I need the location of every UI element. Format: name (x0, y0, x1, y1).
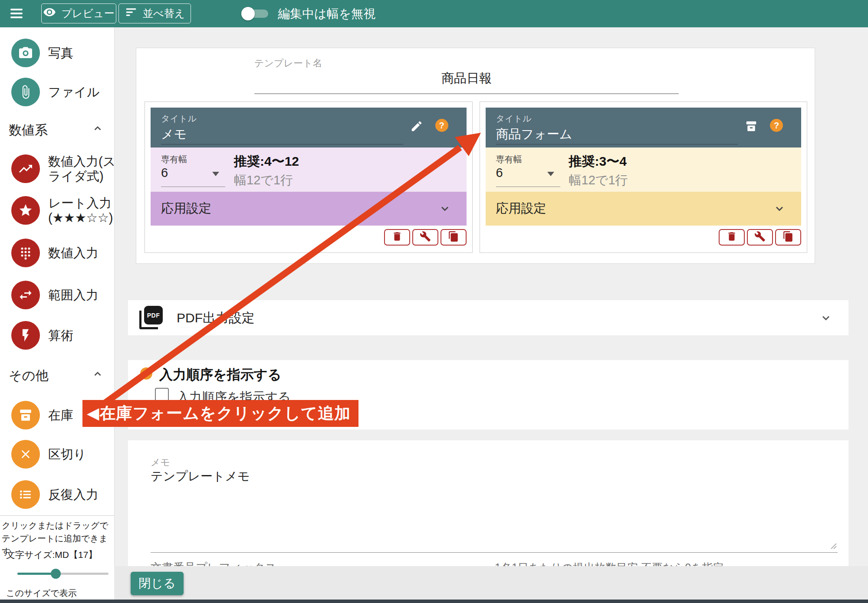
sidebar-divider (0, 515, 114, 516)
trash-icon (391, 231, 403, 244)
delete-button[interactable] (384, 229, 410, 246)
slider-thumb[interactable] (51, 569, 61, 579)
size-note-label: このサイズで表示 (6, 587, 77, 599)
delete-button[interactable] (719, 229, 745, 246)
advanced-settings-row[interactable]: 応用設定 (486, 192, 802, 226)
duplicate-button[interactable] (775, 229, 801, 246)
sidebar-item-separator[interactable]: 区切り (11, 440, 121, 469)
template-name-field[interactable]: 商品日報 (254, 70, 679, 87)
chevron-down-icon (820, 312, 832, 326)
preview-button[interactable]: プレビュー (41, 3, 116, 23)
wrench-icon (420, 231, 431, 244)
chevron-up-icon (92, 122, 103, 137)
form-card-memo: タイトル メモ ? 専有幅 6 推奨:4〜12 幅12で1行 応用設定 (145, 102, 473, 253)
width-hint: 幅12で1行 (569, 172, 628, 189)
card-header: タイトル メモ ? (151, 108, 467, 147)
advanced-settings-label: 応用設定 (496, 200, 546, 217)
app-window: プレビュー 並べ替え 編集中は幅を無視 写真 ファイル 数値系 数値入力(スライ… (0, 0, 868, 603)
pdf-output-settings-row[interactable]: PDF PDF出力設定 (128, 300, 848, 335)
star-icon (11, 196, 40, 225)
inventory-icon[interactable] (745, 120, 758, 134)
font-size-slider[interactable] (17, 568, 108, 579)
camera-icon (11, 39, 40, 67)
form-cards-row: タイトル メモ ? 専有幅 6 推奨:4〜12 幅12で1行 応用設定 (145, 102, 807, 253)
width-recommendation: 推奨:4〜12 (234, 153, 299, 170)
chevron-down-icon (439, 203, 451, 216)
width-select[interactable]: 6 (161, 166, 168, 180)
card-title-field[interactable]: 商品フォーム (496, 126, 572, 143)
form-card-product: タイトル 商品フォーム ? 専有幅 6 推奨:3〜4 幅12で1行 応用設定 (480, 102, 808, 253)
resize-grip-icon[interactable] (829, 542, 837, 551)
sidebar-section-other[interactable]: その他 (9, 367, 108, 385)
sidebar-item-file[interactable]: ファイル (11, 78, 121, 106)
advanced-settings-row[interactable]: 応用設定 (151, 192, 467, 226)
card-title-field[interactable]: メモ (161, 126, 187, 143)
font-size-label: 文字サイズ:MD【17】 (6, 549, 97, 561)
menu-icon[interactable] (10, 9, 23, 19)
sidebar-item-slider-input[interactable]: 数値入力(スライダ式) (11, 154, 121, 184)
card-body: 専有幅 6 推奨:4〜12 幅12で1行 (151, 147, 467, 192)
card-actions (151, 226, 467, 247)
copy-icon (783, 231, 794, 244)
bottom-edge-strip (0, 600, 868, 603)
card-title-underline (496, 144, 738, 145)
close-button[interactable]: 閉じる (131, 572, 184, 595)
pdf-icon: PDF (139, 306, 163, 329)
template-panel: テンプレート名 商品日報 タイトル メモ ? 専有幅 6 推奨:4〜12 (136, 48, 815, 264)
paperclip-icon (11, 78, 40, 106)
width-label: 専有幅 (161, 154, 187, 165)
help-icon[interactable]: ? (140, 367, 152, 380)
ignore-width-toggle-label: 編集中は幅を無視 (278, 0, 375, 27)
toolbar: プレビュー 並べ替え 編集中は幅を無視 (0, 0, 868, 27)
width-label: 専有幅 (496, 154, 522, 165)
trending-up-icon (11, 154, 40, 183)
template-name-underline (254, 93, 679, 94)
sort-button-label: 並べ替え (143, 7, 185, 20)
settings-button[interactable] (412, 229, 438, 246)
bottom-bar: 閉じる (114, 566, 868, 600)
pencil-icon[interactable] (410, 120, 423, 134)
dropdown-caret-icon (547, 172, 554, 176)
sort-icon (125, 6, 138, 21)
trash-icon (726, 231, 737, 244)
width-recommendation: 推奨:3〜4 (569, 153, 627, 170)
sidebar-item-photo[interactable]: 写真 (11, 39, 121, 67)
duplicate-button[interactable] (441, 229, 467, 246)
eye-icon (43, 6, 56, 21)
chevron-up-icon (92, 368, 103, 383)
input-order-heading: 入力順序を指示する (159, 366, 281, 384)
parts-sidebar: 写真 ファイル 数値系 数値入力(スライダ式) レート入力 (★★★☆☆) 数値… (0, 27, 115, 603)
memo-underline (151, 552, 838, 553)
sort-button[interactable]: 並べ替え (118, 3, 191, 23)
pdf-output-settings-label: PDF出力設定 (177, 300, 255, 335)
width-select[interactable]: 6 (496, 166, 503, 180)
ignore-width-toggle[interactable] (241, 7, 270, 20)
chevron-down-icon (773, 203, 786, 216)
advanced-settings-label: 応用設定 (161, 200, 211, 217)
card-actions (486, 226, 802, 247)
dropdown-caret-icon (212, 172, 219, 176)
sidebar-item-numeric-input[interactable]: 数値入力 (11, 239, 121, 267)
width-underline (161, 187, 225, 187)
copy-icon (448, 231, 459, 244)
help-icon[interactable]: ? (435, 119, 448, 132)
inventory-icon (11, 401, 40, 429)
width-underline (496, 187, 560, 187)
sidebar-section-numeric[interactable]: 数値系 (9, 121, 108, 139)
settings-button[interactable] (747, 229, 773, 246)
sidebar-item-rate-input[interactable]: レート入力 (★★★☆☆) (11, 196, 121, 225)
sidebar-item-range-input[interactable]: 範囲入力 (11, 281, 121, 309)
swap-horizontal-icon (11, 281, 40, 309)
list-icon (11, 480, 40, 509)
memo-label: メモ (151, 456, 170, 469)
bolt-icon (11, 321, 40, 350)
annotation-banner: ◀在庫フォームをクリックして追加 (82, 400, 358, 427)
memo-textarea[interactable]: テンプレートメモ (151, 468, 250, 485)
sidebar-item-arithmetic[interactable]: 算術 (11, 321, 121, 350)
template-name-label: テンプレート名 (254, 57, 322, 70)
card-title-label: タイトル (496, 113, 532, 125)
preview-button-label: プレビュー (61, 7, 114, 20)
help-icon[interactable]: ? (770, 119, 783, 132)
sidebar-item-repeat-input[interactable]: 反復入力 (11, 480, 121, 509)
close-icon (11, 440, 40, 469)
